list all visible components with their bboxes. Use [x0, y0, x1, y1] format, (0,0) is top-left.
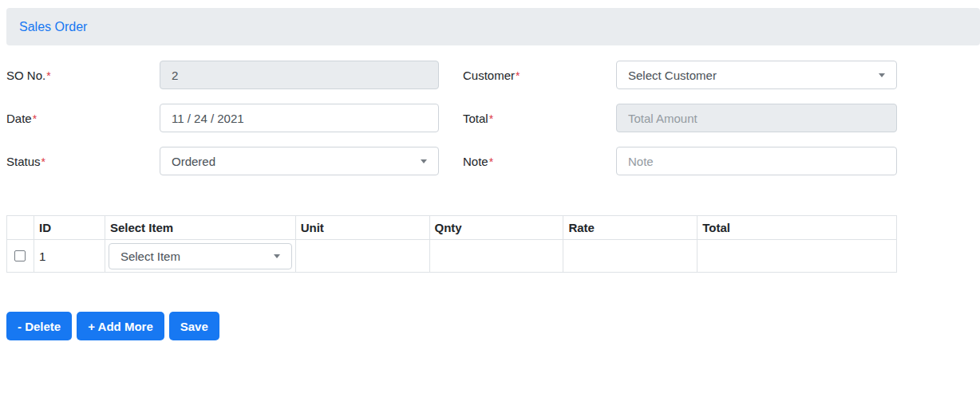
- customer-select[interactable]: Select Customer: [616, 61, 897, 89]
- chevron-down-icon: [421, 159, 427, 163]
- required-asterisk: *: [489, 112, 493, 125]
- required-asterisk: *: [33, 112, 37, 125]
- date-label: Date*: [6, 112, 160, 125]
- add-more-button[interactable]: + Add More: [77, 312, 164, 340]
- items-table: ID Select Item Unit Qnty Rate Total 1 Se…: [6, 215, 897, 273]
- sales-order-form: SO No.* Customer* Select Customer Date* …: [6, 61, 897, 175]
- row-id-cell: 1: [34, 240, 105, 273]
- date-field[interactable]: [160, 104, 439, 132]
- save-button[interactable]: Save: [169, 312, 219, 340]
- header-rate: Rate: [563, 216, 697, 240]
- header-qnty: Qnty: [429, 216, 563, 240]
- customer-select-value: Select Customer: [628, 69, 717, 82]
- page-title: Sales Order: [19, 20, 87, 34]
- row-rate-cell: [563, 240, 697, 273]
- total-label: Total*: [463, 112, 616, 125]
- note-label: Note*: [463, 155, 616, 168]
- table-row: 1 Select Item: [7, 240, 897, 273]
- row-qnty-cell: [429, 240, 563, 273]
- header-unit: Unit: [295, 216, 429, 240]
- required-asterisk: *: [46, 69, 50, 82]
- delete-button[interactable]: - Delete: [6, 312, 72, 340]
- required-asterisk: *: [41, 155, 45, 168]
- header-id: ID: [34, 216, 105, 240]
- item-select[interactable]: Select Item: [109, 243, 292, 269]
- page-title-bar: Sales Order: [6, 8, 980, 45]
- row-total-cell: [697, 240, 897, 273]
- chevron-down-icon: [879, 73, 885, 77]
- header-select-item: Select Item: [105, 216, 295, 240]
- total-amount-field[interactable]: [616, 104, 897, 132]
- required-asterisk: *: [516, 69, 520, 82]
- item-select-value: Select Item: [121, 250, 180, 263]
- row-checkbox[interactable]: [14, 250, 26, 261]
- table-header-row: ID Select Item Unit Qnty Rate Total: [7, 216, 897, 240]
- status-label: Status*: [6, 155, 160, 168]
- row-unit-cell: [295, 240, 429, 273]
- required-asterisk: *: [489, 155, 493, 168]
- status-select-value: Ordered: [172, 155, 215, 168]
- so-no-field[interactable]: [160, 61, 439, 89]
- chevron-down-icon: [274, 254, 280, 258]
- note-field[interactable]: [616, 147, 897, 175]
- so-no-label: SO No.*: [6, 69, 160, 82]
- customer-label: Customer*: [463, 69, 616, 82]
- action-buttons: - Delete + Add More Save: [6, 312, 219, 340]
- status-select[interactable]: Ordered: [160, 147, 439, 175]
- header-checkbox-col: [7, 216, 34, 240]
- sales-order-page: Sales Order SO No.* Customer* Select Cus…: [0, 0, 980, 401]
- header-total: Total: [697, 216, 897, 240]
